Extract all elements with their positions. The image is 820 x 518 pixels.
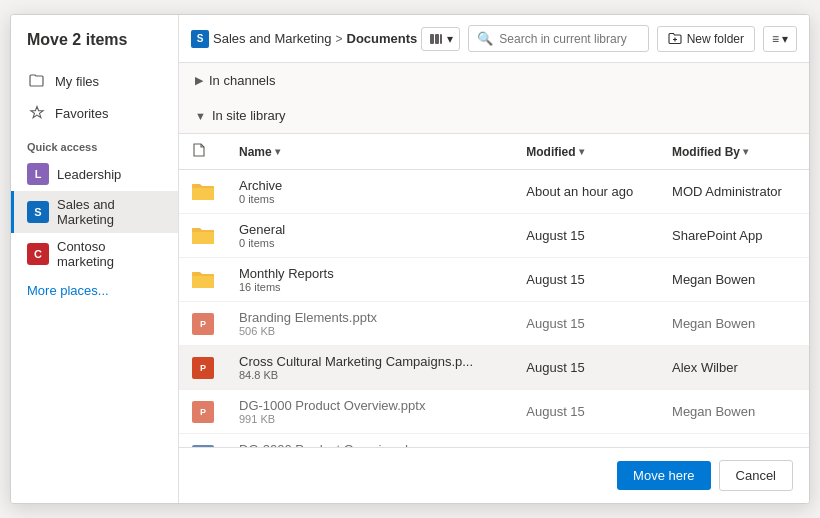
row-modified-by-cell: MOD Administrator — [660, 170, 809, 214]
library-icon — [428, 31, 444, 47]
sales-marketing-site-icon: S — [27, 201, 49, 223]
table-row[interactable]: W DG-2000 Product Overview.docx ... Augu… — [179, 434, 809, 448]
row-sub: 84.8 KB — [239, 369, 502, 381]
sidebar-item-leadership[interactable]: L Leadership — [11, 157, 178, 191]
folder-icon — [191, 224, 215, 248]
sales-marketing-label: Sales and Marketing — [57, 197, 162, 227]
in-channels-chevron: ▶ — [195, 74, 203, 87]
new-folder-icon — [668, 32, 682, 46]
row-modified-by-cell: Megan Bowen — [660, 390, 809, 434]
menu-button[interactable]: ≡ ▾ — [763, 26, 797, 52]
row-modified-by-cell: Megan Bowen — [660, 302, 809, 346]
row-name-cell: Branding Elements.pptx 506 KB — [227, 302, 514, 346]
col-name-sort-arrow: ▾ — [275, 146, 280, 157]
col-name-sort[interactable]: Name ▾ — [239, 145, 502, 159]
row-icon-cell — [179, 170, 227, 214]
col-modified-sort-arrow: ▾ — [579, 146, 584, 157]
nav-my-files[interactable]: My files — [11, 65, 178, 97]
cancel-button[interactable]: Cancel — [719, 460, 793, 491]
in-channels-section[interactable]: ▶ In channels — [179, 63, 809, 98]
row-modified-cell: August 15 — [514, 390, 660, 434]
col-modified-by-label: Modified By — [672, 145, 740, 159]
in-channels-label: In channels — [209, 73, 276, 88]
file-table: Name ▾ Modified ▾ — [179, 133, 809, 447]
favorites-icon — [27, 103, 47, 123]
row-name-cell: Cross Cultural Marketing Campaigns.p... … — [227, 346, 514, 390]
row-icon-cell: P — [179, 390, 227, 434]
pptx-icon: P — [191, 312, 215, 336]
row-sub: 16 items — [239, 281, 502, 293]
row-modified-by-cell: Alex Wilber — [660, 346, 809, 390]
quick-access-label: Quick access — [11, 129, 178, 157]
table-row[interactable]: P Cross Cultural Marketing Campaigns.p..… — [179, 346, 809, 390]
row-modified-by-cell: Megan Bowen — [660, 434, 809, 448]
new-folder-label: New folder — [687, 32, 744, 46]
breadcrumb-site-icon: S — [191, 30, 209, 48]
svg-rect-2 — [440, 34, 442, 44]
leadership-label: Leadership — [57, 167, 121, 182]
more-places-link[interactable]: More places... — [11, 275, 178, 306]
col-modified-sort[interactable]: Modified ▾ — [526, 145, 648, 159]
table-row[interactable]: P DG-1000 Product Overview.pptx 991 KB A… — [179, 390, 809, 434]
table-row[interactable]: Archive 0 items About an hour agoMOD Adm… — [179, 170, 809, 214]
col-modified-by-sort[interactable]: Modified By ▾ — [672, 145, 797, 159]
row-name-cell: General 0 items — [227, 214, 514, 258]
breadcrumb-chevron: ▾ — [447, 32, 453, 46]
in-site-library-section[interactable]: ▼ In site library — [179, 98, 809, 133]
row-modified-cell: August 15 — [514, 302, 660, 346]
row-icon-cell — [179, 258, 227, 302]
col-name-header[interactable]: Name ▾ — [227, 134, 514, 170]
search-box[interactable]: 🔍 — [468, 25, 648, 52]
pptx-icon: P — [191, 356, 215, 380]
row-icon-cell: P — [179, 346, 227, 390]
new-folder-button[interactable]: New folder — [657, 26, 755, 52]
row-icon-cell: W — [179, 434, 227, 448]
row-name: Branding Elements.pptx — [239, 310, 502, 325]
nav-favorites[interactable]: Favorites — [11, 97, 178, 129]
sidebar-item-contoso[interactable]: C Contoso marketing — [11, 233, 178, 275]
row-name: Cross Cultural Marketing Campaigns.p... — [239, 354, 502, 369]
row-modified-cell: August 15 — [514, 434, 660, 448]
move-here-button[interactable]: Move here — [617, 461, 710, 490]
row-name-cell: DG-2000 Product Overview.docx ... — [227, 434, 514, 448]
search-input[interactable] — [499, 32, 639, 46]
breadcrumb-site[interactable]: S Sales and Marketing — [191, 30, 332, 48]
col-modified-header[interactable]: Modified ▾ — [514, 134, 660, 170]
row-icon-cell: P — [179, 302, 227, 346]
row-name-cell: Archive 0 items — [227, 170, 514, 214]
nav-favorites-label: Favorites — [55, 106, 108, 121]
svg-rect-0 — [430, 34, 434, 44]
table-row[interactable]: P Branding Elements.pptx 506 KB August 1… — [179, 302, 809, 346]
row-sub: 991 KB — [239, 413, 502, 425]
row-modified-cell: August 15 — [514, 346, 660, 390]
row-sub: 506 KB — [239, 325, 502, 337]
docx-icon: W — [191, 444, 215, 448]
row-modified-cell: August 15 — [514, 214, 660, 258]
row-name-cell: Monthly Reports 16 items — [227, 258, 514, 302]
contoso-label: Contoso marketing — [57, 239, 162, 269]
breadcrumb-dropdown-button[interactable]: ▾ — [421, 27, 460, 51]
col-icon — [179, 134, 227, 170]
sidebar-item-sales-marketing[interactable]: S Sales and Marketing — [11, 191, 178, 233]
breadcrumb-site-name: Sales and Marketing — [213, 31, 332, 46]
modal-title: Move 2 items — [11, 31, 178, 65]
menu-chevron: ▾ — [782, 32, 788, 46]
table-row[interactable]: General 0 items August 15SharePoint App — [179, 214, 809, 258]
col-modified-by-header[interactable]: Modified By ▾ — [660, 134, 809, 170]
top-bar: S Sales and Marketing > Documents ▾ — [179, 15, 809, 63]
pptx-icon: P — [191, 400, 215, 424]
row-sub: 0 items — [239, 237, 502, 249]
in-site-library-label: In site library — [212, 108, 286, 123]
row-sub: 0 items — [239, 193, 502, 205]
breadcrumb-current: Documents — [347, 31, 418, 46]
table-row[interactable]: Monthly Reports 16 items August 15Megan … — [179, 258, 809, 302]
modal-overlay: Move 2 items My files Favorites — [0, 0, 820, 518]
bottom-bar: Move here Cancel — [179, 447, 809, 503]
col-modified-label: Modified — [526, 145, 575, 159]
right-panel: S Sales and Marketing > Documents ▾ — [179, 15, 809, 503]
menu-icon: ≡ — [772, 32, 779, 46]
col-name-label: Name — [239, 145, 272, 159]
svg-rect-1 — [435, 34, 439, 44]
row-modified-by-cell: SharePoint App — [660, 214, 809, 258]
folder-icon — [191, 180, 215, 204]
